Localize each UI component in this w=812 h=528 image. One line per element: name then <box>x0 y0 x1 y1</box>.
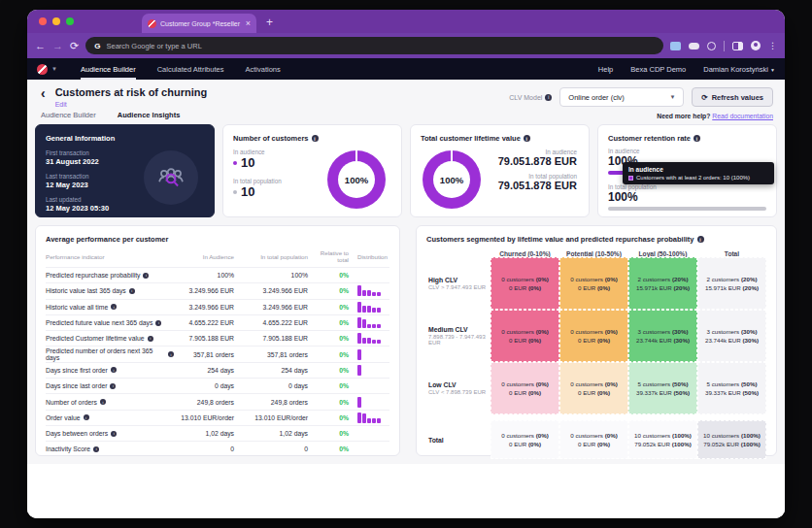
in-audience-label: In audience <box>498 148 577 155</box>
clv-model-select[interactable]: Online order (clv) ▼ <box>559 87 684 107</box>
distribution-chart <box>357 428 389 439</box>
app-logo-icon[interactable] <box>37 64 48 75</box>
table-row[interactable]: Historic value last 365 daysi3.249.966 E… <box>46 282 389 298</box>
segment-cell[interactable]: 0 customers (0%)0 EUR (0%) <box>559 310 628 362</box>
table-row[interactable]: Inactivity Scorei000% <box>46 441 389 456</box>
info-icon: i <box>111 431 117 437</box>
clv-model-label: CLV Modeli <box>509 94 552 101</box>
table-row[interactable]: Order valuei13.010 EUR/order13.010 EUR/o… <box>46 410 389 425</box>
extension-icon-2[interactable] <box>689 43 699 50</box>
refresh-values-button[interactable]: ⟳ Refresh values <box>692 87 773 107</box>
nav-audience-builder[interactable]: Audience Builder <box>81 58 136 80</box>
distribution-chart <box>357 285 389 296</box>
minimize-window-button[interactable] <box>52 17 60 25</box>
tab-close-icon[interactable]: × <box>246 19 251 28</box>
workspace-name[interactable]: Bexa CDP Demo <box>630 65 686 74</box>
info-icon: i <box>111 304 117 310</box>
total-progress-bar <box>608 207 766 211</box>
info-icon: i <box>694 135 700 142</box>
distribution-chart <box>357 333 389 344</box>
purple-dot-icon <box>233 161 237 165</box>
reload-icon[interactable]: ⟳ <box>70 41 79 51</box>
info-icon: i <box>155 320 161 326</box>
table-row[interactable]: Historic value all timei3.249.966 EUR3.2… <box>46 299 389 314</box>
segment-cell[interactable]: 3 customers (30%)23.744k EUR (30%) <box>628 310 697 362</box>
address-bar[interactable]: G Search Google or type a URL <box>85 37 663 54</box>
retention-tooltip: In audience Customers with at least 2 or… <box>623 162 774 184</box>
app-navbar: ▼ Audience Builder Calculated Attributes… <box>27 58 785 80</box>
maximize-window-button[interactable] <box>66 17 74 25</box>
extension-icon[interactable] <box>670 42 681 50</box>
segment-cell[interactable]: 5 customers (50%)39.337k EUR (50%) <box>628 362 697 414</box>
distribution-chart <box>357 380 389 391</box>
table-row[interactable]: Predicted Customer lifetime valuei7.905.… <box>46 330 389 346</box>
segment-row-low-clv: Low CLVCLV < 7.898.739 EUR 0 customers (… <box>426 362 766 414</box>
info-icon: i <box>143 273 149 279</box>
segment-cell[interactable]: 0 customers (0%)0 EUR (0%) <box>491 257 559 310</box>
segment-header: Churned (0-10%) Potential (10-50%) Loyal… <box>426 250 766 257</box>
help-link[interactable]: Help <box>598 65 613 74</box>
card-title: Number of customersi <box>233 134 391 143</box>
segment-row-high-clv: High CLVCLV > 7.947.493 EUR 0 customers … <box>426 257 766 310</box>
card-title: Customer retention ratei <box>608 134 766 143</box>
back-chevron-icon[interactable]: ‹ <box>41 86 46 108</box>
info-icon: i <box>129 288 135 294</box>
in-total-label: In total population <box>608 183 766 190</box>
browser-tabstrip: Customer Group *Reseller F... × + <box>27 10 785 33</box>
info-icon: i <box>148 336 153 342</box>
table-row[interactable]: Predicted number of orders next 365 days… <box>46 346 389 361</box>
app-logo-caret-icon[interactable]: ▼ <box>51 66 57 72</box>
performance-table-panel: Average performance per customer Perform… <box>35 225 400 456</box>
documentation-link[interactable]: Read documentation <box>712 113 773 119</box>
page-content: ‹ Customers at risk of churning Edit CLV… <box>27 80 785 518</box>
profile-icon[interactable] <box>751 41 761 50</box>
extensions-puzzle-icon[interactable] <box>707 42 716 50</box>
menu-kebab-icon[interactable]: ⋮ <box>768 41 777 50</box>
segment-cell: 0 customers (0%)0 EUR (0%) <box>559 420 628 459</box>
audience-search-icon <box>144 150 198 205</box>
distribution-chart <box>357 349 389 360</box>
forward-icon[interactable]: → <box>52 41 63 51</box>
segment-cell[interactable]: 0 customers (0%)0 EUR (0%) <box>491 362 559 414</box>
nav-activations[interactable]: Activations <box>245 58 280 80</box>
table-row[interactable]: Days between ordersi1,02 days1,02 days0% <box>46 425 389 441</box>
table-row[interactable]: Predicted repurchase probabilityi100%100… <box>46 267 389 282</box>
segment-cell[interactable]: 0 customers (0%)0 EUR (0%) <box>491 310 559 362</box>
in-audience-value: 79.051.878 EUR <box>498 155 577 167</box>
segmentation-panel: Customers segmented by lifetime value an… <box>416 225 777 456</box>
table-row[interactable]: Days since last orderi0 days0 days0% <box>46 378 389 393</box>
tab-title: Customer Group *Reseller F... <box>160 20 242 27</box>
new-tab-button[interactable]: + <box>266 16 273 33</box>
table-row[interactable]: Days since first orderi254 days254 days0… <box>46 362 389 378</box>
edit-link[interactable]: Edit <box>55 101 207 108</box>
info-icon: i <box>312 135 319 142</box>
refresh-icon: ⟳ <box>701 93 707 102</box>
legend-square-icon <box>628 176 633 181</box>
table-row[interactable]: Number of ordersi249,8 orders249,8 order… <box>46 393 389 409</box>
panel-title: Customers segmented by lifetime value an… <box>426 235 766 244</box>
distribution-chart <box>357 302 389 313</box>
info-icon: i <box>545 94 552 101</box>
in-total-value: 79.051.878 EUR <box>498 180 577 191</box>
segment-cell[interactable]: 2 customers (20%)15.971k EUR (20%) <box>628 257 697 310</box>
info-icon: i <box>93 446 99 452</box>
side-panel-icon[interactable] <box>732 42 743 50</box>
back-icon[interactable]: ← <box>35 41 46 51</box>
info-icon: i <box>524 135 530 142</box>
browser-tab[interactable]: Customer Group *Reseller F... × <box>142 14 256 33</box>
nav-calculated-attributes[interactable]: Calculated Attributes <box>157 58 224 80</box>
retention-rate-card: Customer retention ratei In audience 100… <box>597 124 777 217</box>
help-line: Need more help? Read documentation <box>657 113 773 119</box>
total-clv-card: Total customer lifetime valuei 100% In a… <box>410 124 590 217</box>
in-audience-label: In audience <box>608 148 766 154</box>
user-menu[interactable]: Damian Korostyński ▼ <box>703 65 775 74</box>
panel-title: Average performance per customer <box>46 235 389 244</box>
segment-cell-total: 2 customers (20%)15.971k EUR (20%) <box>697 257 766 310</box>
segment-cell[interactable]: 0 customers (0%)0 EUR (0%) <box>559 257 628 310</box>
table-row[interactable]: Predicted future value next 365 daysi4.6… <box>46 314 389 330</box>
segment-cell[interactable]: 0 customers (0%)0 EUR (0%) <box>559 362 628 414</box>
close-window-button[interactable] <box>39 17 47 25</box>
segment-cell: 0 customers (0%)0 EUR (0%) <box>491 420 559 459</box>
card-title: Total customer lifetime valuei <box>421 134 579 143</box>
distribution-chart <box>357 365 389 376</box>
